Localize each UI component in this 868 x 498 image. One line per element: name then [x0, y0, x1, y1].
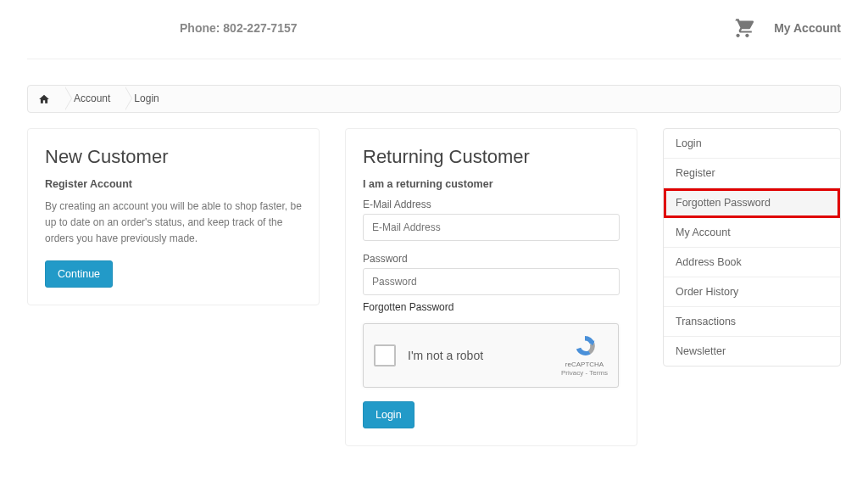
sidebar-item-register[interactable]: Register [664, 159, 840, 188]
returning-customer-panel: Returning Customer I am a returning cust… [345, 128, 637, 446]
password-input[interactable] [363, 268, 620, 295]
breadcrumb-account[interactable]: Account [65, 92, 125, 104]
continue-button[interactable]: Continue [45, 260, 113, 288]
my-account-link[interactable]: My Account [774, 21, 841, 35]
login-button[interactable]: Login [363, 401, 415, 428]
password-label: Password [363, 253, 620, 265]
email-input[interactable] [363, 214, 620, 241]
page-container: Account Login New Customer Register Acco… [27, 59, 841, 446]
account-sidebar: Login Register Forgotten Password My Acc… [663, 128, 841, 367]
sidebar-item-transactions[interactable]: Transactions [664, 307, 840, 337]
recaptcha-label: I'm not a robot [408, 349, 561, 362]
new-customer-description: By creating an account you will be able … [45, 199, 302, 248]
breadcrumb-login[interactable]: Login [125, 92, 174, 104]
new-customer-heading: New Customer [45, 146, 302, 168]
main-row: New Customer Register Account By creatin… [27, 128, 841, 446]
email-label: E-Mail Address [363, 199, 620, 210]
returning-customer-heading: Returning Customer [363, 146, 620, 168]
recaptcha-legal: Privacy - Terms [561, 369, 608, 378]
top-bar: Phone: 802-227-7157 My Account [27, 0, 841, 59]
phone-number: Phone: 802-227-7157 [180, 21, 298, 35]
sidebar-item-login[interactable]: Login [664, 129, 840, 159]
breadcrumb-home[interactable] [38, 92, 65, 105]
new-customer-panel: New Customer Register Account By creatin… [27, 128, 320, 306]
sidebar-item-order-history[interactable]: Order History [664, 277, 840, 307]
sidebar-item-my-account[interactable]: My Account [664, 218, 840, 248]
breadcrumb: Account Login [27, 85, 841, 113]
sidebar-item-address-book[interactable]: Address Book [664, 248, 840, 277]
sidebar-item-forgotten-password[interactable]: Forgotten Password [664, 188, 840, 218]
sidebar-item-newsletter[interactable]: Newsletter [664, 337, 840, 366]
recaptcha-widget: I'm not a robot reCAPTCHA Privacy - Term… [363, 323, 619, 388]
sidebar-list: Login Register Forgotten Password My Acc… [663, 128, 841, 367]
recaptcha-logo: reCAPTCHA Privacy - Terms [561, 333, 608, 377]
cart-icon[interactable] [732, 15, 754, 40]
recaptcha-checkbox[interactable] [374, 344, 396, 367]
returning-customer-subheading: I am a returning customer [363, 178, 620, 190]
top-bar-right: My Account [732, 15, 841, 40]
recaptcha-brand: reCAPTCHA [561, 361, 608, 369]
home-icon [38, 92, 50, 104]
new-customer-subheading: Register Account [45, 178, 302, 190]
forgotten-password-link[interactable]: Forgotten Password [363, 301, 453, 313]
